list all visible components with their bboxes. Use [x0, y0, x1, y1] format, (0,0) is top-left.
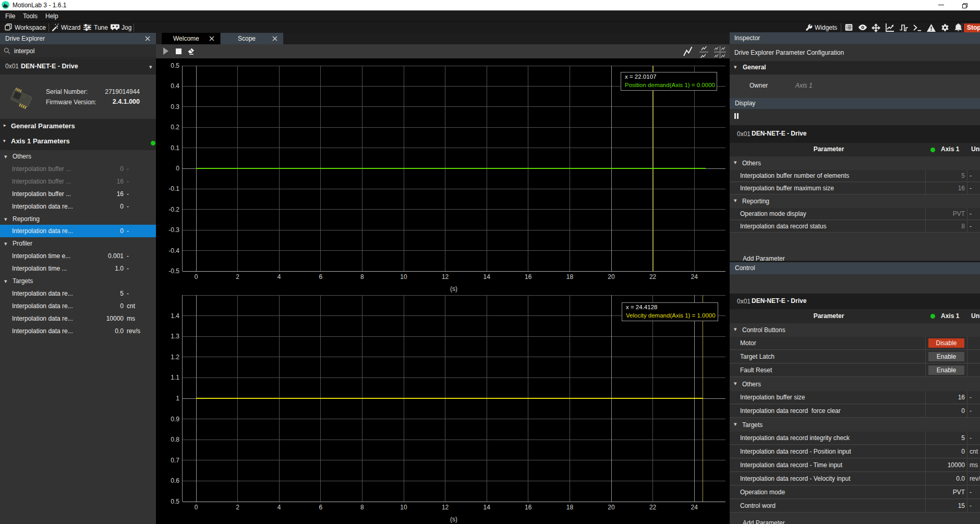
svg-text:10: 10	[400, 273, 407, 281]
svg-text:6: 6	[319, 504, 322, 511]
svg-text:22: 22	[649, 504, 657, 511]
svg-text:1.4: 1.4	[171, 312, 179, 320]
svg-text:0.7: 0.7	[171, 457, 179, 464]
svg-text:24: 24	[691, 273, 698, 281]
svg-text:(s): (s)	[450, 285, 457, 293]
svg-text:8: 8	[360, 504, 364, 511]
svg-text:2: 2	[236, 504, 239, 511]
svg-text:18: 18	[566, 504, 574, 511]
svg-text:-0.4: -0.4	[168, 247, 179, 254]
svg-text:0.1: 0.1	[171, 144, 179, 152]
svg-text:0.3: 0.3	[171, 103, 179, 111]
svg-text:1.2: 1.2	[171, 354, 179, 361]
svg-text:18: 18	[566, 273, 574, 281]
svg-text:0.5: 0.5	[171, 498, 179, 505]
svg-text:14: 14	[483, 273, 491, 281]
svg-text:6: 6	[319, 273, 322, 281]
svg-text:10: 10	[400, 504, 407, 511]
svg-text:(s): (s)	[450, 516, 457, 523]
svg-text:16: 16	[525, 273, 532, 281]
svg-text:0: 0	[195, 273, 198, 281]
svg-text:4: 4	[277, 273, 281, 281]
svg-text:0.6: 0.6	[171, 477, 179, 484]
svg-text:22: 22	[649, 273, 657, 281]
svg-text:0: 0	[176, 165, 179, 172]
svg-text:1.3: 1.3	[171, 333, 179, 340]
svg-text:-0.5: -0.5	[168, 267, 179, 275]
svg-text:1: 1	[176, 395, 179, 402]
svg-text:20: 20	[608, 273, 615, 281]
svg-text:4: 4	[277, 504, 281, 511]
svg-text:Position demand(Axis 1) = 0.00: Position demand(Axis 1) = 0.0000	[625, 82, 715, 88]
svg-text:0.8: 0.8	[171, 436, 179, 443]
svg-text:0.5: 0.5	[171, 62, 179, 69]
svg-text:0.9: 0.9	[171, 416, 179, 423]
svg-text:12: 12	[442, 273, 449, 281]
svg-text:x = 22.0107: x = 22.0107	[625, 74, 656, 80]
svg-text:12: 12	[442, 504, 449, 511]
svg-text:Velocity demand(Axis 1) = 1.00: Velocity demand(Axis 1) = 1.0000	[626, 312, 716, 319]
svg-text:0: 0	[195, 504, 198, 511]
svg-text:-0.3: -0.3	[168, 226, 179, 234]
svg-text:0.4: 0.4	[171, 82, 179, 90]
svg-text:16: 16	[525, 504, 532, 511]
svg-text:-0.1: -0.1	[168, 185, 179, 192]
svg-text:-0.2: -0.2	[168, 206, 179, 213]
svg-text:1.1: 1.1	[171, 374, 179, 381]
svg-text:2: 2	[236, 273, 239, 281]
svg-text:0.2: 0.2	[171, 124, 179, 131]
svg-text:14: 14	[483, 504, 491, 511]
svg-text:24: 24	[691, 504, 698, 511]
svg-text:x = 24.4128: x = 24.4128	[626, 304, 657, 310]
svg-text:20: 20	[608, 504, 615, 511]
svg-text:8: 8	[360, 273, 364, 281]
